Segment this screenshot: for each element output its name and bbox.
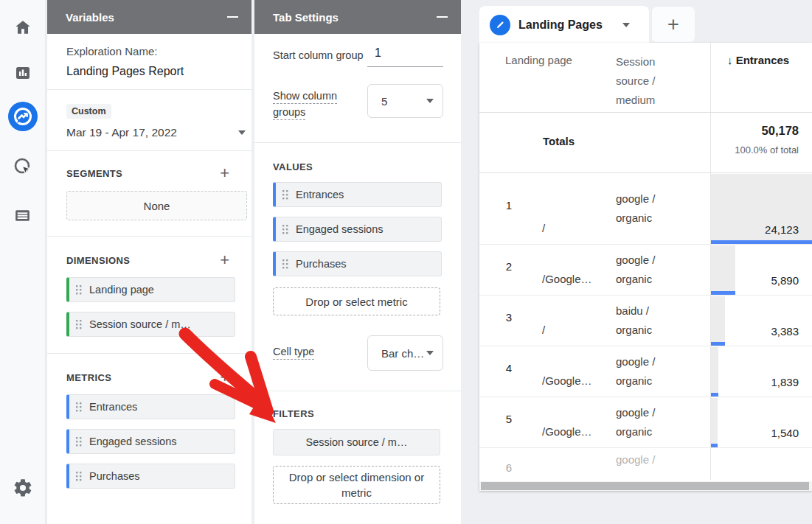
totals-percent: 100.0% of total	[735, 144, 799, 156]
bar-fill	[711, 296, 725, 346]
segments-none-label: None	[144, 200, 170, 212]
metric-chip-purchases[interactable]: Purchases	[66, 464, 235, 489]
filter-chip-label: Session source / m…	[306, 436, 408, 448]
sort-descending-icon: ↓	[727, 54, 733, 66]
settings-icon[interactable]	[8, 473, 38, 503]
drop-filter-zone[interactable]: Drop or select dimension or metric	[273, 466, 440, 504]
explore-icon[interactable]	[7, 100, 39, 133]
drag-handle-icon	[76, 402, 82, 412]
landing-page-cell: /Google…	[542, 273, 614, 285]
drop-metric-hint: Drop or select metric	[305, 296, 407, 308]
bar-underline	[711, 291, 735, 295]
report-tab-landing-pages[interactable]: Landing Pages	[479, 6, 649, 44]
drag-handle-icon	[76, 285, 82, 295]
source-line: baidu /	[616, 304, 649, 317]
show-column-groups-value: 5	[381, 95, 387, 108]
table-row[interactable]: 2 /Google… google / organic 5,890	[479, 245, 812, 296]
session-source-cell: baidu / organic	[616, 301, 652, 340]
report-table-card: Landing page Session source / medium ↓ E…	[479, 43, 812, 491]
session-source-cell: google / organic	[616, 352, 655, 391]
show-column-groups-label-line2: groups	[273, 106, 305, 120]
column-header-session-source[interactable]: Session source / medium	[616, 52, 697, 110]
source-line: google /	[616, 355, 655, 368]
add-tab-button[interactable]: +	[651, 6, 695, 43]
value-chip-entrances[interactable]: Entrances	[273, 182, 442, 207]
date-range-selector[interactable]: Mar 19 - Apr 17, 2022	[66, 126, 246, 139]
library-icon[interactable]	[8, 200, 38, 230]
section-divider	[254, 391, 461, 391]
drag-handle-icon	[76, 437, 82, 447]
scrollbar-thumb[interactable]	[481, 482, 809, 490]
totals-number: 50,178	[735, 124, 799, 138]
values-label: VALUES	[273, 161, 461, 172]
horizontal-scrollbar[interactable]	[479, 481, 812, 491]
segments-section: SEGMENTS + None	[47, 151, 251, 237]
advertising-icon[interactable]	[8, 152, 38, 181]
column-header-entrances[interactable]: ↓ Entrances	[727, 54, 789, 66]
landing-page-cell: /	[542, 324, 614, 336]
start-column-group-label: Start column group	[273, 46, 367, 61]
drag-handle-icon	[282, 259, 288, 269]
caret-down-icon	[426, 351, 434, 355]
row-number: 1	[479, 199, 538, 212]
source-line: organic	[616, 273, 652, 285]
add-metric-icon[interactable]: +	[220, 370, 229, 385]
bar-underline	[711, 393, 718, 397]
metric-chip-entrances[interactable]: Entrances	[66, 394, 235, 419]
caret-down-icon	[238, 130, 246, 135]
dimension-chip-landing-page[interactable]: Landing page	[66, 277, 235, 302]
add-segment-icon[interactable]: +	[220, 166, 229, 181]
table-row-partial[interactable]: 6 google /	[479, 448, 812, 480]
value-chip-engaged-sessions[interactable]: Engaged sessions	[273, 217, 442, 242]
column-header-line: Session	[616, 55, 655, 68]
table-row[interactable]: 1 / google / organic 24,123	[479, 173, 812, 245]
row-number: 6	[479, 461, 538, 474]
source-line: organic	[616, 425, 652, 438]
exploration-name-value[interactable]: Landing Pages Report	[66, 65, 251, 78]
add-dimension-icon[interactable]: +	[220, 253, 229, 268]
row-number: 3	[479, 311, 538, 324]
source-line: organic	[616, 374, 652, 387]
minimize-icon[interactable]	[437, 16, 448, 18]
filter-chip-session-source[interactable]: Session source / m…	[273, 429, 440, 455]
section-divider	[254, 142, 461, 143]
variables-panel: Variables Exploration Name: Landing Page…	[47, 0, 251, 524]
report-tab-label: Landing Pages	[518, 18, 603, 32]
metric-chip-label: Purchases	[89, 470, 140, 482]
row-number: 2	[479, 260, 538, 273]
cell-type-select[interactable]: Bar ch…	[367, 335, 443, 371]
caret-down-icon[interactable]	[622, 23, 630, 27]
cell-type-value: Bar ch…	[381, 347, 424, 360]
reports-icon[interactable]	[8, 58, 38, 88]
exploration-name-label: Exploration Name:	[66, 45, 251, 57]
drop-filter-hint: Drop or select dimension or metric	[283, 469, 431, 500]
ga4-exploration-screen: { "colors": { "accent_blue": "#1a73e8", …	[0, 0, 812, 524]
metric-chip-engaged-sessions[interactable]: Engaged sessions	[66, 429, 235, 454]
tab-settings-title: Tab Settings	[273, 11, 339, 24]
table-row[interactable]: 5 /Google… google / organic 1,540	[479, 397, 812, 448]
minimize-icon[interactable]	[227, 16, 238, 18]
table-row[interactable]: 3 / baidu / organic 3,383	[479, 296, 812, 346]
bar-fill	[711, 245, 735, 295]
segments-label: SEGMENTS	[66, 168, 122, 179]
entrances-cell: 5,890	[710, 245, 812, 295]
entrances-value: 5,890	[771, 274, 799, 287]
metric-chip-label: Engaged sessions	[89, 436, 177, 447]
value-chip-purchases[interactable]: Purchases	[273, 251, 442, 276]
source-line: organic	[616, 212, 652, 224]
home-icon[interactable]	[8, 13, 38, 42]
entrances-cell: 1,540	[710, 397, 812, 447]
start-column-group-row: Start column group 1	[273, 46, 461, 67]
segments-none-drop[interactable]: None	[66, 191, 247, 220]
caret-down-icon	[426, 99, 434, 103]
start-column-group-input[interactable]: 1	[367, 46, 443, 67]
drop-metric-zone[interactable]: Drop or select metric	[273, 287, 440, 315]
tab-settings-panel-header: Tab Settings	[254, 0, 461, 34]
show-column-groups-select[interactable]: 5	[367, 84, 443, 118]
dimensions-label: DIMENSIONS	[66, 255, 130, 266]
table-row[interactable]: 4 /Google… google / organic 1,839	[479, 346, 812, 397]
dimension-chip-session-source[interactable]: Session source / m…	[66, 312, 235, 337]
drag-handle-icon	[282, 225, 288, 234]
column-header-landing-page[interactable]: Landing page	[505, 54, 572, 66]
landing-page-cell: /Google…	[542, 425, 614, 438]
